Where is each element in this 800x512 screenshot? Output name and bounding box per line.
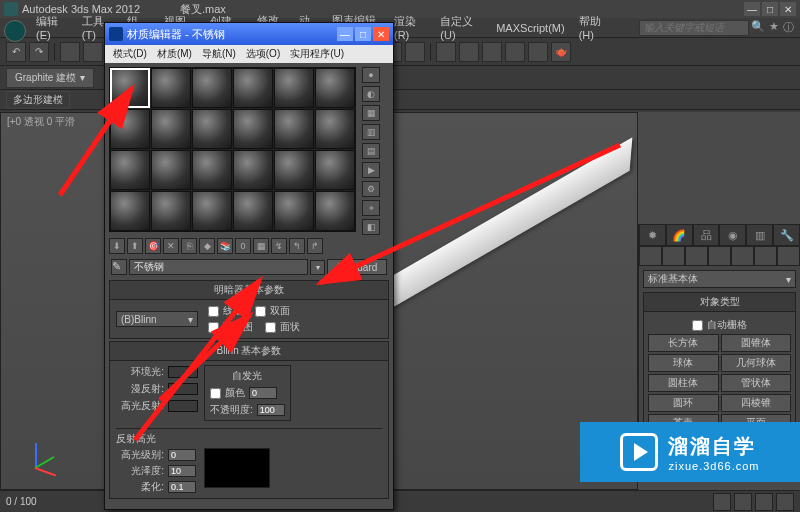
app-menu-button[interactable] bbox=[4, 20, 26, 42]
sample-slot[interactable] bbox=[315, 68, 355, 108]
render-button[interactable]: 🫖 bbox=[551, 42, 571, 62]
sample-slot[interactable] bbox=[192, 109, 232, 149]
helpers-subtab[interactable] bbox=[731, 246, 754, 266]
utilities-tab[interactable]: 🔧 bbox=[773, 224, 800, 246]
sample-slot[interactable] bbox=[233, 150, 273, 190]
cone-button[interactable]: 圆锥体 bbox=[721, 334, 792, 352]
window-close-button[interactable]: ✕ bbox=[780, 2, 796, 16]
sample-slot[interactable] bbox=[192, 68, 232, 108]
render-frame-button[interactable] bbox=[528, 42, 548, 62]
go-sibling-button[interactable]: ↱ bbox=[307, 238, 323, 254]
menu-render[interactable]: 渲染(R) bbox=[388, 12, 432, 43]
material-type-button[interactable]: Standard bbox=[327, 259, 387, 275]
reset-map-button[interactable]: ✕ bbox=[163, 238, 179, 254]
ambient-swatch[interactable] bbox=[168, 366, 198, 378]
material-editor-titlebar[interactable]: 材质编辑器 - 不锈钢 — □ ✕ bbox=[105, 23, 393, 45]
window-max-button[interactable]: □ bbox=[762, 2, 778, 16]
geosphere-button[interactable]: 几何球体 bbox=[721, 354, 792, 372]
material-editor-button[interactable] bbox=[482, 42, 502, 62]
sample-slot[interactable] bbox=[192, 150, 232, 190]
torus-button[interactable]: 圆环 bbox=[648, 394, 719, 412]
me-menu-utils[interactable]: 实用程序(U) bbox=[286, 46, 348, 62]
geometry-category-dropdown[interactable]: 标准基本体 ▾ bbox=[643, 270, 796, 288]
curve-editor-button[interactable] bbox=[436, 42, 456, 62]
link-button[interactable] bbox=[60, 42, 80, 62]
viewport-label[interactable]: [+0 透视 0 平滑 bbox=[7, 115, 75, 129]
box-button[interactable]: 长方体 bbox=[648, 334, 719, 352]
put-to-scene-button[interactable]: ⬆ bbox=[127, 238, 143, 254]
facemap-checkbox[interactable] bbox=[208, 322, 219, 333]
rollout-header[interactable]: 明暗器基本参数 bbox=[110, 281, 388, 300]
me-menu-nav[interactable]: 导航(N) bbox=[198, 46, 240, 62]
hierarchy-tab[interactable]: 品 bbox=[693, 224, 720, 246]
sample-type-button[interactable]: ● bbox=[362, 67, 380, 83]
sample-slot[interactable] bbox=[151, 150, 191, 190]
spec-level-spinner[interactable]: 0 bbox=[168, 449, 196, 461]
help-search-input[interactable] bbox=[639, 20, 749, 36]
cylinder-button[interactable]: 圆柱体 bbox=[648, 374, 719, 392]
material-name-dropdown[interactable]: ▾ bbox=[310, 260, 325, 275]
unlink-button[interactable] bbox=[83, 42, 103, 62]
dialog-close-button[interactable]: ✕ bbox=[373, 27, 389, 41]
box-object[interactable] bbox=[370, 137, 633, 321]
display-tab[interactable]: ▥ bbox=[746, 224, 773, 246]
sample-slot[interactable] bbox=[110, 109, 150, 149]
maximize-viewport-button[interactable] bbox=[776, 493, 794, 511]
faceted-checkbox[interactable] bbox=[265, 322, 276, 333]
menu-edit[interactable]: 编辑(E) bbox=[30, 12, 74, 43]
gloss-spinner[interactable]: 10 bbox=[168, 465, 196, 477]
backlight-button[interactable]: ◐ bbox=[362, 86, 380, 102]
sample-slot[interactable] bbox=[274, 109, 314, 149]
make-unique-button[interactable]: ◆ bbox=[199, 238, 215, 254]
graphite-tab[interactable]: Graphite 建模 ▾ bbox=[6, 68, 94, 88]
select-by-material-button[interactable]: ⌖ bbox=[362, 200, 380, 216]
pick-material-button[interactable]: ✎ bbox=[111, 259, 127, 275]
sample-slot[interactable] bbox=[315, 150, 355, 190]
sample-uv-button[interactable]: ▥ bbox=[362, 124, 380, 140]
pyramid-button[interactable]: 四棱锥 bbox=[721, 394, 792, 412]
dialog-min-button[interactable]: — bbox=[337, 27, 353, 41]
redo-button[interactable]: ↷ bbox=[29, 42, 49, 62]
rollout-header[interactable]: Blinn 基本参数 bbox=[110, 342, 388, 361]
lights-subtab[interactable] bbox=[685, 246, 708, 266]
undo-button[interactable]: ↶ bbox=[6, 42, 26, 62]
sample-slot[interactable] bbox=[315, 109, 355, 149]
sample-slot[interactable] bbox=[110, 68, 150, 108]
autogrid-checkbox[interactable] bbox=[692, 320, 703, 331]
sample-slot[interactable] bbox=[233, 109, 273, 149]
opacity-spinner[interactable]: 100 bbox=[257, 404, 285, 416]
sample-slot[interactable] bbox=[151, 191, 191, 231]
self-illum-checkbox[interactable] bbox=[210, 388, 221, 399]
sample-slot[interactable] bbox=[110, 191, 150, 231]
rollout-header[interactable]: 对象类型 bbox=[644, 293, 795, 312]
make-preview-button[interactable]: ▶ bbox=[362, 162, 380, 178]
go-parent-button[interactable]: ↰ bbox=[289, 238, 305, 254]
motion-tab[interactable]: ◉ bbox=[719, 224, 746, 246]
zoom-button[interactable] bbox=[734, 493, 752, 511]
self-illum-spinner[interactable]: 0 bbox=[249, 387, 277, 399]
sample-slot[interactable] bbox=[274, 191, 314, 231]
sample-slot[interactable] bbox=[233, 68, 273, 108]
chevron-down-icon[interactable]: ▾ bbox=[80, 72, 85, 83]
diffuse-swatch[interactable] bbox=[168, 383, 198, 395]
favorite-icon[interactable]: ★ bbox=[769, 20, 779, 35]
sample-slot[interactable] bbox=[315, 191, 355, 231]
sample-slot[interactable] bbox=[110, 150, 150, 190]
space-warps-subtab[interactable] bbox=[754, 246, 777, 266]
tube-button[interactable]: 管状体 bbox=[721, 374, 792, 392]
search-icon[interactable]: 🔍 bbox=[751, 20, 765, 35]
dialog-max-button[interactable]: □ bbox=[355, 27, 371, 41]
video-color-button[interactable]: ▤ bbox=[362, 143, 380, 159]
two-sided-checkbox[interactable] bbox=[255, 306, 266, 317]
get-material-button[interactable]: ⬇ bbox=[109, 238, 125, 254]
window-min-button[interactable]: — bbox=[744, 2, 760, 16]
put-to-library-button[interactable]: 📚 bbox=[217, 238, 233, 254]
sample-slot[interactable] bbox=[151, 68, 191, 108]
poly-modeling-button[interactable]: 多边形建模 bbox=[6, 91, 70, 109]
sample-slot[interactable] bbox=[274, 150, 314, 190]
systems-subtab[interactable] bbox=[777, 246, 800, 266]
modify-tab[interactable]: 🌈 bbox=[666, 224, 693, 246]
sphere-button[interactable]: 球体 bbox=[648, 354, 719, 372]
sample-slot[interactable] bbox=[151, 109, 191, 149]
pan-button[interactable] bbox=[713, 493, 731, 511]
